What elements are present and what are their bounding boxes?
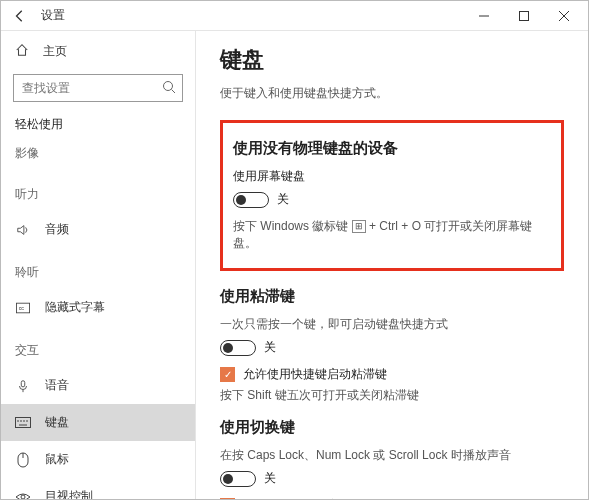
home-label: 主页 bbox=[43, 43, 67, 60]
osk-toggle[interactable] bbox=[233, 192, 269, 208]
maximize-button[interactable] bbox=[504, 2, 544, 30]
osk-section-highlight: 使用没有物理键盘的设备 使用屏幕键盘 关 按下 Windows 徽标键 ⊞ + … bbox=[220, 120, 564, 271]
speaker-icon bbox=[15, 223, 31, 237]
sidebar-item-captions[interactable]: cc 隐藏式字幕 bbox=[1, 289, 195, 326]
osk-state: 关 bbox=[277, 191, 289, 208]
home-nav[interactable]: 主页 bbox=[1, 37, 195, 66]
mic-icon bbox=[15, 379, 31, 393]
sidebar-item-eye-control[interactable]: 目视控制 bbox=[1, 478, 195, 499]
svg-point-2 bbox=[164, 82, 173, 91]
sticky-desc: 一次只需按一个键，即可启动键盘快捷方式 bbox=[220, 316, 564, 333]
content-pane: 键盘 便于键入和使用键盘快捷方式。 使用没有物理键盘的设备 使用屏幕键盘 关 按… bbox=[196, 31, 588, 499]
eye-icon bbox=[15, 491, 31, 500]
osk-heading: 使用没有物理键盘的设备 bbox=[233, 139, 551, 158]
sticky-chk-label: 允许使用快捷键启动粘滞键 bbox=[243, 366, 387, 383]
search-icon bbox=[161, 79, 177, 98]
svg-rect-1 bbox=[520, 11, 529, 20]
svg-rect-6 bbox=[21, 380, 25, 386]
togglekeys-state: 关 bbox=[264, 470, 276, 487]
sticky-hint: 按下 Shift 键五次可打开或关闭粘滞键 bbox=[220, 387, 564, 404]
sidebar-item-audio[interactable]: 音频 bbox=[1, 211, 195, 248]
togglekeys-heading: 使用切换键 bbox=[220, 418, 564, 437]
osk-label: 使用屏幕键盘 bbox=[233, 168, 551, 185]
svg-point-15 bbox=[21, 495, 25, 499]
keyboard-icon bbox=[15, 417, 31, 429]
cc-icon: cc bbox=[15, 302, 31, 314]
sidebar-item-keyboard[interactable]: 键盘 bbox=[1, 404, 195, 441]
home-icon bbox=[15, 43, 31, 60]
sticky-heading: 使用粘滞键 bbox=[220, 287, 564, 306]
group-hearing: 听力 bbox=[1, 182, 195, 211]
search-input[interactable] bbox=[13, 74, 183, 102]
togglekeys-toggle[interactable] bbox=[220, 471, 256, 487]
sidebar-item-speech[interactable]: 语音 bbox=[1, 367, 195, 404]
osk-hint: 按下 Windows 徽标键 ⊞ + Ctrl + O 可打开或关闭屏幕键盘。 bbox=[233, 218, 551, 252]
page-title: 键盘 bbox=[220, 45, 564, 75]
sidebar: 主页 轻松使用 影像 听力 音频 聆听 cc 隐藏式字幕 bbox=[1, 31, 196, 499]
sticky-state: 关 bbox=[264, 339, 276, 356]
togglekeys-desc: 在按 Caps Lock、Num Lock 或 Scroll Lock 时播放声… bbox=[220, 447, 564, 464]
win-key-icon: ⊞ bbox=[352, 220, 366, 233]
back-button[interactable] bbox=[11, 7, 29, 25]
sticky-shortcut-checkbox[interactable]: ✓ bbox=[220, 367, 235, 382]
window-title: 设置 bbox=[41, 7, 65, 24]
close-button[interactable] bbox=[544, 2, 584, 30]
group-interact: 交互 bbox=[1, 338, 195, 367]
togglekeys-shortcut-checkbox[interactable]: ✓ bbox=[220, 498, 235, 499]
sidebar-item-mouse[interactable]: 鼠标 bbox=[1, 441, 195, 478]
page-desc: 便于键入和使用键盘快捷方式。 bbox=[220, 85, 564, 102]
category-label: 轻松使用 bbox=[1, 112, 195, 141]
group-vision: 影像 bbox=[1, 141, 195, 170]
minimize-button[interactable] bbox=[464, 2, 504, 30]
togglekeys-chk-label: 允许使用快捷键启动切换键 bbox=[243, 497, 387, 499]
sticky-toggle[interactable] bbox=[220, 340, 256, 356]
svg-text:cc: cc bbox=[19, 305, 25, 311]
svg-rect-7 bbox=[16, 417, 31, 427]
mouse-icon bbox=[15, 452, 31, 468]
svg-line-3 bbox=[172, 90, 176, 94]
group-listen: 聆听 bbox=[1, 260, 195, 289]
title-bar: 设置 bbox=[1, 1, 588, 31]
